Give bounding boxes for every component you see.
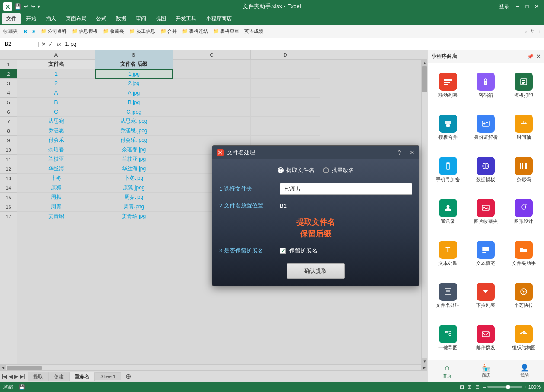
zoom-in-btn[interactable]: + — [524, 384, 526, 389]
svg-rect-54 — [445, 331, 447, 333]
cell-reference-input[interactable] — [2, 40, 36, 48]
confirm-extract-btn[interactable]: 确认提取 — [287, 263, 345, 279]
menu-view[interactable]: 视图 — [151, 13, 170, 24]
store-item-id-parse[interactable]: 身份证解析 — [467, 107, 505, 148]
login-btn[interactable]: 登录 — [499, 3, 509, 10]
bookmark-tablelink[interactable]: 📁表格连结 — [180, 27, 210, 35]
store-item-image-collection[interactable]: 图片收藏夹 — [467, 191, 505, 232]
store-item-dropdown[interactable]: 下拉列表 — [467, 275, 505, 316]
store-item-org-chart[interactable]: 组织结构图 — [505, 317, 542, 358]
menu-formula[interactable]: 公式 — [92, 13, 111, 24]
view-layout-btn[interactable]: ⊞ — [467, 384, 472, 390]
view-normal-btn[interactable]: ⊡ — [460, 384, 464, 390]
store-item-graphic-design[interactable]: 图形设计 — [505, 191, 542, 232]
bookmark-B[interactable]: B — [22, 28, 29, 35]
email-bulk-icon — [477, 325, 495, 343]
dialog-titlebar: 文件名处理 ? – ✕ — [212, 146, 419, 159]
undo-icon[interactable]: ↩ — [24, 3, 28, 10]
step3-label: 3 是否保留扩展名 — [219, 247, 275, 255]
store-item-template-print[interactable]: 模板打印 — [505, 65, 542, 106]
bookmark-add[interactable]: + — [538, 29, 541, 34]
store-item-text-fill[interactable]: 文本填充 — [467, 233, 505, 274]
store-item-barcode[interactable]: 条形码 — [505, 149, 542, 190]
bookmark-duplicate[interactable]: 📁表格查重 — [211, 27, 241, 35]
menu-file[interactable]: 文件 — [2, 13, 21, 24]
svg-line-42 — [525, 204, 527, 205]
nav-store[interactable]: 🏪 商店 — [467, 362, 506, 380]
maximize-btn[interactable]: □ — [523, 3, 531, 10]
menu-ministore[interactable]: 小程序商店 — [202, 13, 236, 24]
svg-rect-62 — [523, 331, 525, 332]
more-tools-icon[interactable]: ▾ — [38, 3, 40, 10]
form-row-step2: 2 文件名放置位置 B2 — [219, 202, 412, 210]
bookmark-english[interactable]: 英语成绩 — [243, 27, 265, 35]
formula-input[interactable] — [64, 40, 542, 48]
nav-home[interactable]: ⌂ 首页 — [428, 361, 467, 381]
bookmark-templates[interactable]: 📁信息模板 — [70, 27, 99, 35]
svg-rect-39 — [482, 205, 489, 210]
zoom-out-btn[interactable]: – — [483, 384, 486, 389]
store-item-email-bulk[interactable]: 邮件群发 — [467, 317, 505, 358]
filename-process-icon — [439, 283, 457, 301]
bookmarkbar-label: 收藏夹 — [3, 28, 18, 35]
bookmark-S[interactable]: S — [31, 28, 37, 35]
svg-rect-11 — [445, 121, 448, 124]
store-item-folder-helper[interactable]: 文件夹助手 — [505, 233, 542, 274]
menu-review[interactable]: 审阅 — [131, 13, 150, 24]
zoom-slider[interactable] — [487, 386, 522, 388]
cancel-edit-icon[interactable]: ✕ — [41, 41, 46, 48]
keep-extension-checkbox[interactable]: ✓ — [280, 248, 286, 254]
radio-extract-filename[interactable]: 提取文件名 — [278, 166, 314, 174]
save-icon[interactable]: 💾 — [15, 3, 21, 10]
store-item-mindmap[interactable]: 一键导图 — [429, 317, 467, 358]
svg-rect-55 — [449, 331, 451, 332]
confirm-edit-icon[interactable]: ✓ — [48, 41, 53, 48]
right-panel: 小程序商店 📌 ✕ 联动列表 — [427, 50, 544, 382]
store-item-template-merge[interactable]: 模板合并 — [429, 107, 467, 148]
store-item-contacts[interactable]: 通讯录 — [429, 191, 467, 232]
bookmark-refresh[interactable]: ↻ — [531, 29, 534, 34]
close-btn[interactable]: ✕ — [533, 3, 541, 10]
store-item-phone-encrypt[interactable]: 手机号加密 — [429, 149, 467, 190]
radio-batch-rename[interactable]: 批量改名 — [323, 166, 354, 174]
menu-start[interactable]: 开始 — [22, 13, 41, 24]
bookmark-company[interactable]: 📁公司资料 — [39, 27, 68, 35]
svg-rect-3 — [444, 82, 450, 83]
minimize-btn[interactable]: – — [514, 3, 522, 10]
template-merge-icon — [439, 115, 457, 133]
store-item-data-template[interactable]: 数据模板 — [467, 149, 505, 190]
store-item-filename-process[interactable]: 文件名处理 — [429, 275, 467, 316]
dialog-help-btn[interactable]: ? — [397, 149, 401, 156]
store-item-linked-list[interactable]: 联动列表 — [429, 65, 467, 106]
redo-icon[interactable]: ↪ — [31, 3, 35, 10]
view-page-btn[interactable]: ⊟ — [475, 384, 480, 390]
zoom-thumb[interactable] — [506, 385, 510, 389]
menu-insert[interactable]: 插入 — [42, 13, 61, 24]
menu-data[interactable]: 数据 — [112, 13, 131, 24]
status-text: 就绪 — [3, 384, 13, 390]
menu-developer[interactable]: 开发工具 — [171, 13, 201, 24]
save-icon-status: 💾 — [19, 384, 25, 390]
dialog-minimize-btn[interactable]: – — [403, 149, 407, 156]
pin-icon[interactable]: 📌 — [527, 54, 534, 60]
menu-pagelayout[interactable]: 页面布局 — [61, 13, 91, 24]
bookmark-favorites[interactable]: 📁收藏夹 — [101, 27, 126, 35]
store-item-quick-transfer[interactable]: 小芝快传 — [505, 275, 542, 316]
bookmark-merge[interactable]: 📁合并 — [159, 27, 179, 35]
dialog-title-text: 文件名处理 — [227, 149, 397, 156]
nav-my[interactable]: 👤 我的 — [505, 362, 544, 380]
svg-rect-64 — [523, 333, 525, 334]
dialog-close-btn[interactable]: ✕ — [410, 149, 415, 156]
folder-path-input[interactable] — [280, 183, 412, 195]
store-item-password[interactable]: 密码箱 — [467, 65, 505, 106]
folder-helper-icon — [515, 241, 533, 259]
close-panel-btn[interactable]: ✕ — [536, 54, 541, 60]
store-item-timeline[interactable]: 时间轴 — [505, 107, 542, 148]
step2-label: 2 文件名放置位置 — [219, 202, 275, 210]
bookmark-staff[interactable]: 📁员工信息 — [128, 27, 157, 35]
nav-home-label: 首页 — [443, 373, 451, 379]
svg-point-20 — [523, 123, 525, 124]
store-item-text-process[interactable]: T 文本处理 — [429, 233, 467, 274]
formulabar: | ✕ ✓ fx — [0, 38, 544, 50]
dialog-body: 提取文件名 批量改名 1 选择文件夹 — [212, 159, 419, 286]
